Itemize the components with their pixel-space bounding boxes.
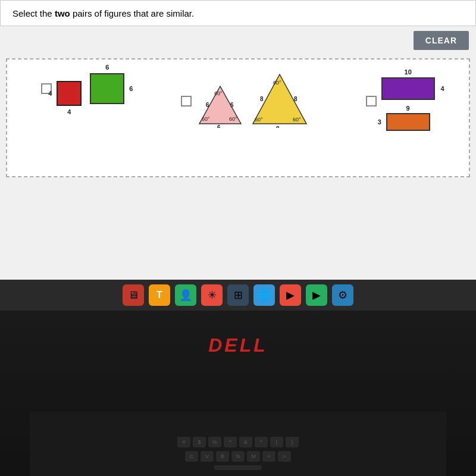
instruction-text: Select the two pairs of figures that are… (12, 8, 194, 18)
svg-text:8: 8 (276, 126, 280, 128)
key-u: ( (270, 437, 283, 447)
key-y: * (255, 437, 268, 447)
svg-text:8: 8 (294, 96, 298, 102)
laptop-bottom: DELL # $ % ^ & * ( ) C V B N M < > (0, 311, 476, 476)
checkbox-3[interactable] (366, 96, 377, 107)
triangle-pair: 6 6 6 60° 60° 60° 8 8 (196, 71, 309, 130)
red-square-container: 4 4 (57, 81, 82, 106)
key-g: M (247, 451, 260, 462)
taskbar-icon-grid[interactable]: ⊞ (227, 284, 249, 306)
dell-logo: DELL (208, 334, 268, 356)
svg-text:60°: 60° (255, 117, 263, 123)
red-left-label: 4 (48, 90, 52, 97)
taskbar-icon-star[interactable]: ✳ (201, 284, 223, 306)
key-row-2: C V B N M < > (185, 451, 291, 462)
key-row-3 (214, 465, 262, 470)
red-square (57, 81, 82, 106)
taskbar-icon-monitor[interactable]: 🖥 (123, 284, 144, 306)
small-triangle-svg: 6 6 6 60° 60° 60° (196, 83, 244, 128)
key-row-1: # $ % ^ & * ( ) (177, 437, 299, 447)
svg-text:8: 8 (260, 96, 264, 102)
key-w: $ (193, 437, 206, 447)
green-top-label: 6 (105, 64, 109, 71)
orange-rect-container: 9 3 (386, 113, 430, 131)
green-square-container: 6 6 (90, 73, 124, 104)
key-e: % (208, 437, 221, 447)
content-area: 4 4 6 6 (6, 58, 470, 177)
orange-rect (386, 113, 430, 131)
purple-top-label: 10 (405, 68, 412, 76)
taskbar-icon-user[interactable]: 👤 (175, 284, 196, 306)
taskbar-icon-play[interactable]: ▶ (280, 284, 301, 306)
large-triangle-container: 8 8 8 60° 60° 60° (250, 71, 309, 130)
taskbar-icon-play2[interactable]: ▶ (306, 284, 327, 306)
svg-text:6: 6 (230, 102, 234, 108)
key-d: B (216, 451, 229, 462)
orange-left-label: 3 (378, 118, 381, 126)
key-j: > (278, 451, 291, 462)
figures-pair-3: 10 4 9 3 (381, 71, 435, 131)
key-s: V (201, 451, 214, 462)
purple-rect-container: 10 4 (381, 77, 435, 100)
key-a: C (185, 451, 198, 462)
key-r: ^ (224, 437, 237, 447)
toolbar: CLEAR (0, 26, 476, 55)
green-right-label: 6 (129, 85, 133, 92)
option-group-3: 10 4 9 3 (366, 71, 435, 131)
svg-text:60°: 60° (273, 80, 281, 86)
orange-top-label: 9 (406, 105, 410, 112)
svg-text:60°: 60° (229, 116, 237, 122)
key-t: & (239, 437, 252, 447)
svg-text:6: 6 (206, 102, 209, 108)
key-i: ) (286, 437, 299, 447)
instruction-bar: Select the two pairs of figures that are… (0, 0, 476, 26)
bold-two: two (55, 8, 70, 18)
figures-row-1: 4 4 6 6 (57, 71, 124, 106)
svg-text:60°: 60° (202, 116, 210, 122)
taskbar-icon-settings[interactable]: ⚙ (332, 284, 353, 306)
taskbar-icon-t[interactable]: T (149, 284, 170, 306)
taskbar-icon-chrome[interactable]: 🌐 (253, 284, 275, 306)
clear-button[interactable]: CLEAR (414, 31, 469, 50)
purple-right-label: 4 (441, 85, 444, 92)
svg-text:6: 6 (217, 124, 221, 128)
key-h: < (262, 451, 275, 462)
checkbox-2[interactable] (181, 96, 192, 107)
keyboard-area: # $ % ^ & * ( ) C V B N M < > (30, 412, 446, 476)
screen: Select the two pairs of figures that are… (0, 0, 476, 280)
svg-text:60°: 60° (293, 117, 301, 123)
svg-text:60°: 60° (214, 90, 223, 96)
key-space (214, 465, 262, 470)
green-square (90, 73, 124, 104)
purple-rect (381, 77, 435, 100)
option-group-1: 4 4 6 6 (41, 71, 124, 106)
option-group-2: 6 6 6 60° 60° 60° 8 8 (181, 71, 309, 130)
key-f: N (231, 451, 245, 462)
red-bottom-label: 4 (67, 108, 71, 115)
dell-logo-container: DELL (208, 334, 268, 356)
small-triangle-container: 6 6 6 60° 60° 60° (196, 83, 244, 130)
taskbar: 🖥 T 👤 ✳ ⊞ 🌐 ▶ ▶ ⚙ (0, 280, 476, 311)
large-triangle-svg: 8 8 8 60° 60° 60° (250, 71, 309, 128)
key-q: # (177, 437, 190, 447)
